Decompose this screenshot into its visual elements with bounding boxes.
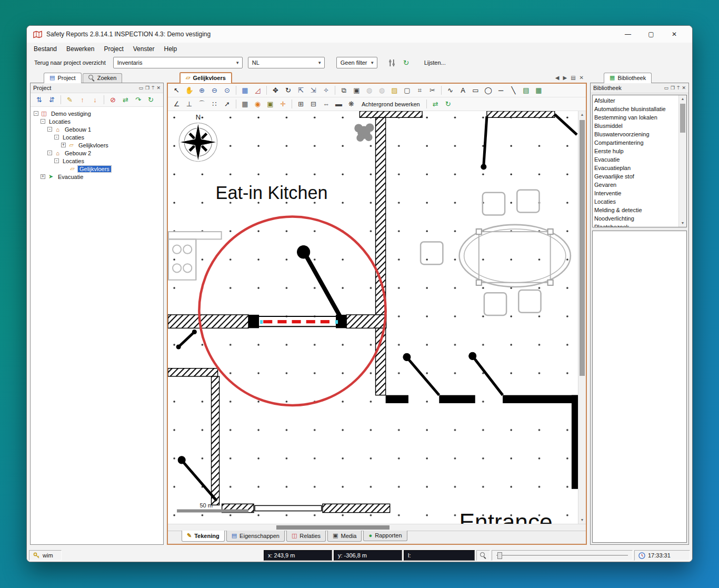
minimize-panel-icon[interactable]: ▭ <box>138 85 143 91</box>
move-up-icon[interactable]: ↑ <box>77 94 88 105</box>
collapse-icon[interactable]: - <box>54 135 59 139</box>
title-bar[interactable]: Safety Reports 2.8.14.1 INSPECTION 4.3: … <box>27 26 692 43</box>
edit-icon[interactable]: ✎ <box>64 94 75 105</box>
swap-background-icon[interactable]: ⇄ <box>430 98 441 109</box>
tree-node-label[interactable]: Gelijkvloers <box>78 166 111 172</box>
drawing-canvas[interactable]: N Eat-in Kitchen Entrance 50 m <box>168 111 578 524</box>
move-down-icon[interactable]: ↓ <box>89 94 101 105</box>
library-item[interactable]: Bestemming van lokalen <box>594 113 677 122</box>
menu-bestand[interactable]: Bestand <box>29 44 62 54</box>
expand-icon[interactable]: + <box>41 174 45 179</box>
tab-gelijkvloers[interactable]: ▱ Gelijkvloers <box>179 72 232 83</box>
grid-tool[interactable]: ▦ <box>533 85 544 96</box>
grid-extend-tool[interactable]: ⊟ <box>308 98 319 109</box>
menu-help[interactable]: Help <box>159 44 182 54</box>
block-icon[interactable]: ⊘ <box>107 94 118 105</box>
sort-ascending-icon[interactable]: ⇅ <box>34 94 45 105</box>
menu-project[interactable]: Project <box>99 44 128 54</box>
bottom-tab-media[interactable]: ▣Media <box>327 531 362 542</box>
tree-node-label[interactable]: Evacuatie <box>56 174 85 180</box>
float-panel-icon[interactable]: ❐ <box>145 85 149 91</box>
library-item[interactable]: Evacuatie <box>594 155 677 164</box>
back-to-project-overview-button[interactable]: Terug naar project overzicht <box>32 59 108 66</box>
tree-node-evacuatie[interactable]: +➤Evacuatie <box>32 173 162 181</box>
pin-panel-icon[interactable]: ⍑ <box>152 85 154 91</box>
pointer-snap-tool[interactable]: ➚ <box>222 98 233 109</box>
tree-node-gelijkvloers[interactable]: +▱Gelijkvloers <box>32 141 162 149</box>
library-item[interactable]: Interventie <box>594 189 677 197</box>
minimize-button[interactable]: — <box>616 27 640 42</box>
zoom-in-tool[interactable]: ⊕ <box>196 85 207 96</box>
collapse-icon[interactable]: - <box>47 127 52 132</box>
bottom-tab-tekening[interactable]: ✎Tekening <box>182 531 225 542</box>
vertical-scrollbar-thumb[interactable] <box>580 120 585 376</box>
tree-node-locaties[interactable]: -Locaties <box>32 133 162 141</box>
text-tool[interactable]: A <box>457 85 468 96</box>
tree-node-locaties[interactable]: -Locaties <box>32 157 162 165</box>
cut-region-tool[interactable]: ✂ <box>427 85 438 96</box>
send-to-back-tool[interactable]: ⇲ <box>308 85 319 96</box>
prev-tab-icon[interactable]: ◀ <box>555 75 560 81</box>
snap-intersection-tool[interactable]: ⊥ <box>184 98 195 109</box>
library-item[interactable]: Automatische blusinstallatie <box>594 105 677 113</box>
collapse-icon[interactable]: - <box>41 119 45 124</box>
tab-bibliotheek[interactable]: ▦ Bibliotheek <box>604 73 652 83</box>
select-region-tool[interactable]: ▢ <box>402 85 413 96</box>
tree-node-label[interactable]: Gebouw 2 <box>63 150 93 156</box>
minimize-panel-icon[interactable]: ▭ <box>664 85 668 91</box>
collapse-icon[interactable]: - <box>34 111 38 116</box>
refresh-icon[interactable]: ↻ <box>145 94 156 105</box>
scroll-up-icon[interactable]: ▲ <box>578 111 586 118</box>
tree-node-gelijkvloers[interactable]: ▱Gelijkvloers <box>32 165 162 173</box>
tab-zoeken[interactable]: Zoeken <box>83 73 123 83</box>
library-item[interactable]: Afsluiter <box>594 96 677 105</box>
tree-node-label[interactable]: Locaties <box>61 134 86 141</box>
scroll-up-icon[interactable]: ▲ <box>679 95 686 103</box>
tree-node-label[interactable]: Demo vestiging <box>49 111 93 117</box>
scroll-down-icon[interactable]: ▼ <box>679 220 686 227</box>
image-tool[interactable]: ▤ <box>521 85 532 96</box>
chevron-down-icon[interactable]: ▼ <box>315 61 324 65</box>
rectangle-tool[interactable]: ▭ <box>470 85 481 96</box>
collapse-icon[interactable]: - <box>47 151 52 155</box>
refresh-background-icon[interactable]: ↻ <box>443 98 454 109</box>
tree-node-label[interactable]: Locaties <box>47 118 72 125</box>
bottom-tab-relaties[interactable]: ◫Relaties <box>286 531 326 542</box>
grid-size-tool[interactable]: ⊞ <box>295 98 306 109</box>
zoom-slider[interactable] <box>492 550 633 561</box>
selection-handle[interactable] <box>335 320 338 324</box>
floor-plan[interactable]: N Eat-in Kitchen Entrance 50 m <box>168 111 578 524</box>
stretch-horizontal-tool[interactable]: ⇔ <box>321 98 332 109</box>
library-item[interactable]: Bluswatervoorziening <box>594 130 677 138</box>
next-tab-icon[interactable]: ▶ <box>563 75 567 81</box>
line-tool[interactable]: ─ <box>495 85 506 96</box>
zoom-out-tool[interactable]: ⊖ <box>209 85 220 96</box>
tree-node-gebouw-1[interactable]: -⌂Gebouw 1 <box>32 125 162 133</box>
vertical-scrollbar[interactable]: ▲ ▼ <box>578 111 586 524</box>
area-tool[interactable]: ▣ <box>265 98 276 109</box>
library-item[interactable]: Blusmiddel <box>594 122 677 130</box>
menu-bewerken[interactable]: Bewerken <box>62 44 99 54</box>
float-panel-icon[interactable]: ❐ <box>671 85 675 91</box>
library-item[interactable]: Evacuatieplan <box>594 164 677 172</box>
tree-node-label[interactable]: Gelijkvloers <box>77 142 110 148</box>
prev-disabled-icon[interactable]: ◍ <box>364 85 375 96</box>
fit-to-screen-tool[interactable]: ▦ <box>239 85 251 96</box>
compass-tool[interactable]: ✛ <box>277 98 288 109</box>
polyline-tool[interactable]: ∿ <box>445 85 456 96</box>
stamp-tool[interactable]: ▣ <box>351 85 362 96</box>
library-item[interactable]: Locaties <box>594 197 677 206</box>
sort-descending-icon[interactable]: ⇵ <box>46 94 57 105</box>
expand-icon[interactable]: + <box>61 143 66 147</box>
library-scrollbar[interactable]: ▲ ▼ <box>678 95 686 227</box>
language-select[interactable]: NL ▼ <box>248 57 325 68</box>
zoom-window-tool[interactable]: ⊙ <box>222 85 233 96</box>
library-item[interactable]: Compartimentering <box>594 138 677 147</box>
radius-tool[interactable]: ◉ <box>252 98 263 109</box>
rotate-tool[interactable]: ↻ <box>283 85 294 96</box>
tree-node-label[interactable]: Locaties <box>61 158 86 164</box>
pin-panel-icon[interactable]: ⍑ <box>677 85 680 91</box>
lists-label[interactable]: Lijsten... <box>424 59 446 66</box>
copy-tool[interactable]: ⧉ <box>338 85 349 96</box>
crop-tool[interactable]: ⌗ <box>414 85 425 96</box>
